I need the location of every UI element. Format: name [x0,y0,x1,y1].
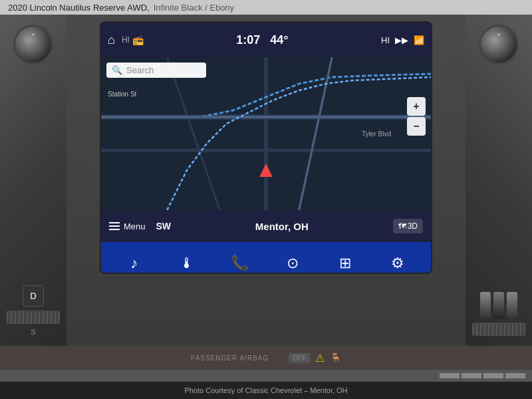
3d-label: 3D [408,221,418,231]
menu-button[interactable]: Menu [109,221,146,231]
right-knob-top[interactable] [479,25,519,65]
nav-time: 1:07 [236,33,260,47]
phone-icon: 📞 [231,255,249,272]
photo-credit-bar: Photo Courtesy of Classic Chevrolet – Me… [0,382,532,399]
bottom-tabs-bar: ♪ Audio 🌡 Climate 📞 Phone ⊙ Nav [101,242,431,274]
zoom-in-button[interactable]: + [407,97,426,116]
right-chrome-2 [493,292,504,319]
infotainment-screen: ⌂ HI 📻 1:07 44° HI ▶▶ 📶 [100,21,432,274]
vent-slots [440,373,525,378]
hamburger-icon [109,222,120,230]
top-info-bar: 2020 Lincoln Nautilus Reserve AWD, Infin… [0,0,532,15]
photo-credit-text: Photo Courtesy of Classic Chevrolet – Me… [184,386,347,394]
zoom-controls: + − [407,97,426,136]
map-area[interactable]: 🔍 Search Station St Tyler Blvd + − [101,57,431,210]
vent-2 [462,373,481,378]
tab-nav[interactable]: ⊙ Nav [273,255,313,274]
tab-audio[interactable]: ♪ Audio [114,255,154,274]
vent-1 [440,373,460,378]
tab-climate[interactable]: 🌡 Climate [167,255,207,274]
right-chrome-1 [480,292,491,319]
nav-top-bar: ⌂ HI 📻 1:07 44° HI ▶▶ 📶 [101,23,431,57]
time-temp-display: 1:07 44° [150,33,374,47]
seat-icon: 🪑 [330,352,341,363]
tab-settings[interactable]: ⚙ Settings [378,255,418,274]
vent-3 [483,373,503,378]
left-knob-top[interactable] [13,25,53,65]
right-chrome-3 [507,292,517,319]
main-content-row: D S ⌂ HI 📻 1:07 44° [0,15,532,346]
airbag-label: PASSENGER AIRBAG [191,354,269,362]
search-icon: 🔍 [112,65,122,75]
warning-indicators: OFF ⚠ 🪑 [289,352,341,364]
left-panel: D S [0,15,66,346]
search-placeholder: Search [126,65,154,75]
wifi-icon: ▶▶ [395,35,408,45]
button-d[interactable]: D [23,285,44,307]
warning-icon: ⚠ [315,352,325,364]
direction-display: SW [156,221,172,231]
bottom-strip: PASSENGER AIRBAG OFF ⚠ 🪑 Photo Courtesy … [0,346,532,399]
car-title: 2020 Lincoln Nautilus Reserve AWD, [8,3,150,13]
car-color-trim: Infinite Black / Ebony [154,3,234,13]
nav-temp: 44° [270,33,288,47]
audio-icon: ♪ [130,255,138,272]
hi-right-label: HI [381,35,390,45]
zoom-out-button[interactable]: − [407,117,426,136]
page-wrapper: 2020 Lincoln Nautilus Reserve AWD, Infin… [0,0,532,399]
nav-icon: ⊙ [287,255,299,272]
tyler-blvd-label: Tyler Blvd [362,130,391,138]
texture-control-right [472,323,525,336]
warning-off-label: OFF [289,353,310,363]
bottom-vent-bar [0,370,532,382]
settings-icon: ⚙ [391,255,404,272]
passenger-airbag-row: PASSENGER AIRBAG OFF ⚠ 🪑 [0,346,532,370]
view-3d-button[interactable]: 🗺 3D [393,219,423,233]
texture-control-left [7,311,60,324]
climate-icon: 🌡 [180,255,194,272]
nav-right-icons: HI ▶▶ 📶 [381,35,424,45]
nav-direction-arrow [259,164,273,177]
map-icon: 🗺 [398,221,406,231]
left-label-s: S [31,328,35,336]
signal-icon: 📶 [414,35,424,45]
right-panel [466,15,532,346]
hi-indicator: HI 📻 [122,35,144,45]
location-display: Mentor, OH [176,221,388,232]
tab-phone[interactable]: 📞 Phone [219,255,259,274]
menu-label: Menu [124,221,146,231]
home-button[interactable]: ⌂ [108,33,115,47]
vent-4 [505,373,525,378]
station-st-label: Station St [108,90,136,98]
search-bar[interactable]: 🔍 Search [106,63,206,78]
radio-icon: 📻 [132,35,144,45]
screen-area: ⌂ HI 📻 1:07 44° HI ▶▶ 📶 [66,15,466,346]
nav-bottom-bar: Menu SW Mentor, OH 🗺 3D [101,210,431,242]
apps-icon: ⊞ [339,255,351,272]
tab-apps[interactable]: ⊞ Apps [325,255,365,274]
